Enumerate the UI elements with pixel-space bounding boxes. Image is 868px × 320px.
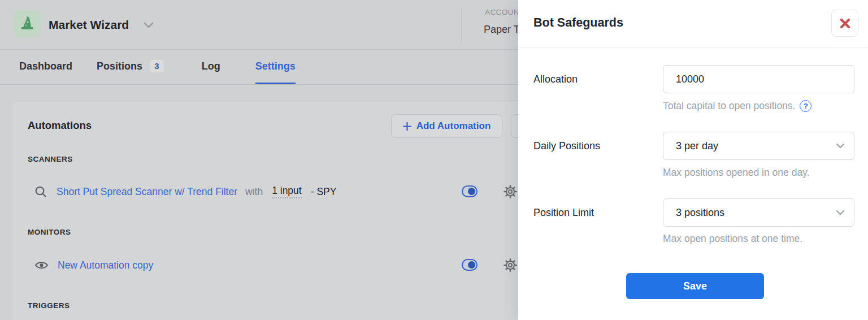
triggers-section-label: TRIGGERS: [28, 301, 70, 310]
scanner-with-text: with: [245, 186, 263, 198]
toggle-knob: [468, 188, 475, 195]
tab-settings[interactable]: Settings: [255, 50, 296, 84]
app-logo-icon: [14, 10, 41, 37]
scanner-gear-icon[interactable]: [504, 185, 517, 198]
tab-log[interactable]: Log: [202, 50, 220, 84]
search-icon: [34, 185, 47, 198]
monitors-section-label: MONITORS: [28, 228, 71, 236]
allocation-label: Allocation: [533, 73, 578, 85]
header-divider: [461, 6, 462, 44]
add-automation-button[interactable]: Add Automation: [391, 114, 502, 138]
position-limit-helper: Max open positions at one time.: [663, 232, 802, 245]
monitor-row: New Automation copy: [34, 257, 153, 274]
daily-positions-select[interactable]: 3 per day: [663, 132, 854, 160]
position-limit-label: Position Limit: [533, 206, 594, 219]
scanner-link[interactable]: Short Put Spread Scanner w/ Trend Filter: [57, 186, 237, 198]
plus-icon: [403, 122, 411, 131]
daily-positions-label: Daily Positions: [533, 140, 600, 152]
workspace-title[interactable]: Market Wizard: [49, 0, 129, 50]
help-icon[interactable]: ?: [800, 100, 811, 112]
close-button[interactable]: [831, 10, 858, 37]
tab-dashboard[interactable]: Dashboard: [19, 50, 72, 84]
chevron-down-icon: [836, 210, 845, 215]
automations-title: Automations: [28, 118, 92, 133]
save-button[interactable]: Save: [626, 273, 764, 299]
positions-count-badge: 3: [150, 60, 164, 72]
allocation-helper: Total capital to open positions. ?: [663, 100, 811, 113]
daily-positions-helper: Max positions opened in one day.: [663, 166, 809, 179]
close-icon: [839, 18, 851, 29]
monitor-link[interactable]: New Automation copy: [58, 260, 153, 271]
scanner-symbol-text: - SPY: [311, 186, 337, 198]
toggle-knob: [468, 261, 475, 269]
tab-positions[interactable]: Positions 3: [97, 50, 164, 84]
monitor-gear-icon[interactable]: [504, 258, 517, 272]
drawer-header: Bot Safeguards: [518, 0, 868, 47]
drawer-title: Bot Safeguards: [533, 16, 623, 30]
bot-safeguards-drawer: Bot Safeguards Allocation Total capital …: [518, 0, 868, 320]
scanner-inputs-link[interactable]: 1 input: [272, 185, 302, 198]
allocation-input[interactable]: [663, 65, 854, 93]
scanners-section-label: SCANNERS: [28, 155, 73, 163]
eye-icon: [34, 260, 49, 270]
scanner-row: Short Put Spread Scanner w/ Trend Filter…: [34, 183, 336, 200]
chevron-down-icon: [836, 143, 845, 149]
scanner-toggle[interactable]: [462, 185, 478, 197]
chevron-down-icon[interactable]: [144, 21, 154, 31]
position-limit-select[interactable]: 3 positions: [663, 198, 854, 227]
screen: Market Wizard ACCOUNT Paper Trading Dash…: [0, 0, 868, 320]
monitor-toggle[interactable]: [462, 259, 478, 271]
